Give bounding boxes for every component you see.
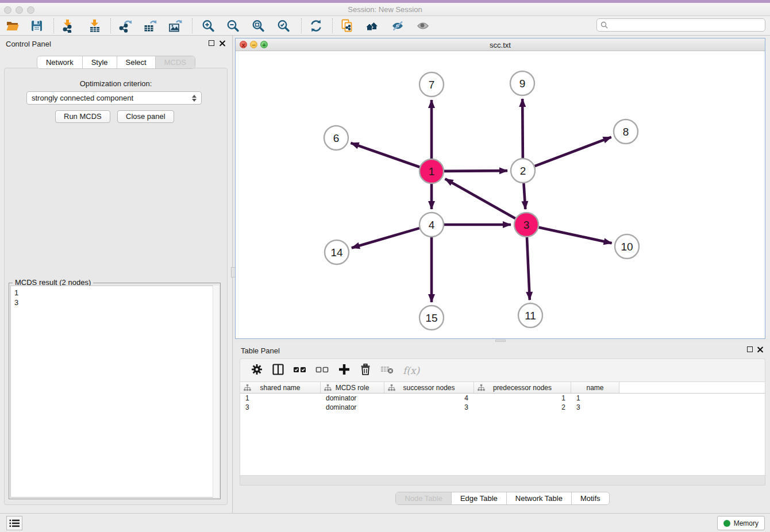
export-image-icon[interactable]	[168, 18, 183, 33]
table-row[interactable]: 1dominator411	[240, 394, 765, 403]
float-panel-icon[interactable]	[747, 346, 753, 352]
svg-text:1: 1	[429, 165, 435, 178]
cell-successor-nodes[interactable]: 4	[384, 394, 474, 403]
cell-name[interactable]: 1	[571, 394, 619, 403]
close-panel-button[interactable]: Close panel	[117, 110, 174, 123]
show-column-icon[interactable]	[272, 363, 284, 377]
add-column-plus-icon[interactable]	[338, 363, 351, 377]
table-toolbar: f(x)	[240, 358, 765, 381]
edge-1-2[interactable]	[444, 171, 507, 171]
search-input[interactable]	[610, 21, 765, 29]
zoom-in-icon[interactable]	[201, 18, 215, 33]
table-panel-title: Table Panel	[241, 346, 280, 355]
node-14[interactable]: 14	[325, 240, 349, 264]
edge-3-11[interactable]	[527, 237, 530, 300]
node-6[interactable]: 6	[324, 126, 348, 150]
cell-MCDS-role[interactable]: dominator	[321, 394, 384, 403]
float-panel-icon[interactable]	[209, 40, 214, 46]
cell-predecessor-nodes[interactable]: 2	[474, 403, 571, 412]
node-9[interactable]: 9	[510, 71, 534, 95]
apply-layout-icon[interactable]	[309, 18, 324, 33]
unselect-all-icon[interactable]	[315, 364, 329, 376]
column-header-successor-nodes[interactable]: successor nodes	[384, 382, 474, 393]
home-icon[interactable]	[364, 18, 379, 33]
mcds-result-list[interactable]: 13	[10, 286, 219, 498]
show-all-icon[interactable]	[415, 18, 430, 33]
svg-text:2: 2	[520, 165, 526, 177]
edge-3-1[interactable]	[445, 179, 515, 218]
tab-network[interactable]: Network	[37, 56, 83, 68]
zoom-fit-icon[interactable]	[251, 18, 265, 33]
table-hscrollbar[interactable]	[240, 476, 765, 485]
delete-row-trash-icon[interactable]	[359, 363, 372, 377]
tab-edge-table[interactable]: Edge Table	[452, 492, 507, 504]
import-table-icon[interactable]	[87, 18, 102, 33]
tab-motifs[interactable]: Motifs	[572, 492, 609, 504]
first-neighbors-icon[interactable]	[340, 18, 355, 33]
edge-1-6[interactable]	[351, 143, 419, 167]
edge-2-3[interactable]	[523, 183, 525, 209]
tab-network-table[interactable]: Network Table	[507, 492, 572, 504]
import-network-icon[interactable]	[60, 18, 75, 33]
table-row[interactable]: 3dominator323	[240, 403, 765, 412]
cell-shared-name[interactable]: 3	[240, 403, 321, 412]
node-2[interactable]: 2	[511, 159, 535, 183]
node-8[interactable]: 8	[614, 119, 638, 144]
node-7[interactable]: 7	[419, 72, 444, 97]
node-3[interactable]: 3	[514, 213, 538, 237]
svg-text:11: 11	[525, 310, 536, 322]
close-panel-icon[interactable]	[219, 40, 225, 47]
cell-MCDS-role[interactable]: dominator	[321, 403, 384, 412]
edge-3-10[interactable]	[538, 228, 611, 244]
search-field[interactable]	[596, 18, 765, 32]
column-header-name[interactable]: name	[571, 382, 619, 393]
tab-node-table[interactable]: Node Table	[396, 492, 452, 504]
zoom-out-icon[interactable]	[225, 18, 240, 33]
svg-text:6: 6	[333, 132, 340, 144]
table-settings-gear-icon[interactable]	[251, 363, 263, 377]
export-network-icon[interactable]	[118, 18, 133, 33]
main-toolbar	[0, 16, 770, 36]
column-header-MCDS-role[interactable]: MCDS role	[321, 382, 384, 393]
close-panel-icon[interactable]	[757, 346, 763, 353]
hide-selected-icon[interactable]	[390, 18, 405, 33]
edge-2-8[interactable]	[535, 137, 611, 167]
svg-text:8: 8	[623, 126, 629, 138]
svg-text:7: 7	[429, 79, 435, 91]
run-mcds-button[interactable]: Run MCDS	[55, 110, 110, 123]
network-frame-title: scc.txt	[236, 41, 765, 49]
network-frame-titlebar[interactable]: x – + scc.txt	[236, 38, 765, 51]
network-canvas[interactable]: 7968124314101511	[236, 51, 765, 338]
result-scrollbar[interactable]	[213, 286, 219, 498]
column-header-shared-name[interactable]: shared name	[240, 382, 321, 393]
node-10[interactable]: 10	[615, 234, 639, 259]
node-4[interactable]: 4	[419, 213, 444, 237]
svg-text:3: 3	[523, 219, 530, 231]
status-bar: Memory	[0, 513, 770, 532]
select-all-icon[interactable]	[293, 364, 307, 376]
cell-successor-nodes[interactable]: 3	[384, 403, 474, 412]
zoom-selected-icon[interactable]	[276, 18, 291, 33]
edge-2-9[interactable]	[522, 99, 523, 158]
export-table-icon[interactable]	[143, 18, 157, 33]
edge-4-14[interactable]	[352, 228, 419, 248]
function-builder-icon: f(x)	[403, 365, 419, 376]
criterion-dropdown[interactable]: strongly connected component	[26, 91, 202, 105]
memory-button[interactable]: Memory	[717, 516, 765, 530]
splitter-grip[interactable]	[495, 340, 506, 342]
tab-select[interactable]: Select	[117, 56, 156, 68]
open-session-icon[interactable]	[5, 18, 20, 33]
node-1[interactable]: 1	[419, 159, 444, 183]
node-15[interactable]: 15	[419, 306, 444, 330]
tab-style[interactable]: Style	[83, 56, 117, 68]
tab-mcds[interactable]: MCDS	[156, 56, 195, 68]
column-header-predecessor-nodes[interactable]: predecessor nodes	[474, 382, 571, 393]
node-11[interactable]: 11	[518, 303, 542, 327]
cell-shared-name[interactable]: 1	[240, 394, 321, 403]
optimization-criterion-label: Optimization criterion:	[5, 79, 227, 88]
control-panel-title: Control Panel	[6, 40, 51, 48]
task-history-button[interactable]	[6, 516, 22, 530]
save-session-icon[interactable]	[29, 18, 44, 33]
cell-predecessor-nodes[interactable]: 1	[474, 394, 571, 403]
cell-name[interactable]: 3	[571, 403, 619, 412]
